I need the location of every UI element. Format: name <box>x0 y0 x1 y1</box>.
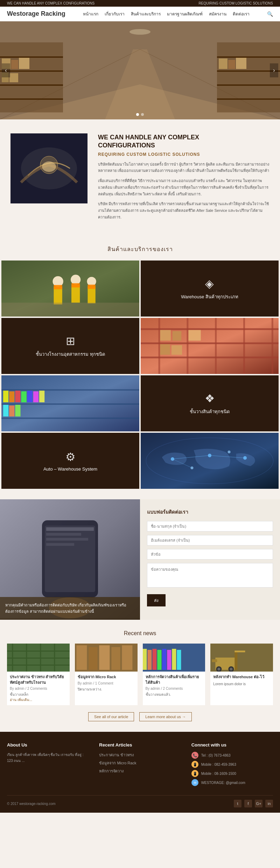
footer-about: About Us เรียน ลูกค้าที่เคารพ เพื่อนิดๆ … <box>7 742 89 788</box>
see-all-button[interactable]: See all of our article <box>88 712 134 721</box>
footer-link-1[interactable]: ประกาศงาน ข้าวทรง <box>99 752 181 758</box>
svg-rect-40 <box>1 303 139 317</box>
main-nav: หน้าแรก เกี่ยวกับเรา สินค้าและบริการ มาต… <box>83 11 250 17</box>
nav-about[interactable]: เกี่ยวกับเรา <box>105 11 125 17</box>
nav-contact[interactable]: ติดต่อเรา <box>233 11 250 17</box>
connect-mobile2: 📱 Mobile : 08-1609-1500 <box>191 770 273 777</box>
social-icons: t f G+ in <box>234 800 273 807</box>
hero-dot-1[interactable] <box>136 113 139 116</box>
subject-input[interactable] <box>147 549 273 560</box>
news-card-3-meta: By admin / 2 Comments <box>146 687 203 690</box>
search-icon[interactable]: 🔍 <box>267 11 273 17</box>
footer-connect: Connect with us 📞 Tel : (0) 7673-4863 📱 … <box>191 742 273 788</box>
footer-bottom: © 2017 westorage-racking.com t f G+ in <box>7 795 273 807</box>
footer-link-3[interactable]: หลักการจัดวาง <box>99 768 181 774</box>
nav-standards[interactable]: มาตรฐานผลิตภัณฑ์ <box>167 11 203 17</box>
product-supermarket[interactable] <box>1 375 139 431</box>
svg-rect-39 <box>88 285 96 289</box>
product-workers[interactable] <box>1 261 139 317</box>
topbar-right: REQUIRING CUSTOM LOGISTIC SOLUTIONS <box>198 1 273 5</box>
footer-recent: Recent Articles ประกาศงาน ข้าวทรง ข้อมูล… <box>99 742 181 788</box>
news-card-1[interactable]: ประกาศงาน ข้าวทรง สำหรับวิสัยทัศน์สูงสำห… <box>7 644 70 705</box>
items-icon: ❖ <box>205 392 215 405</box>
contact-section: หากคุณมีคำถามหรือต้องการติดต่อกับบริษัท … <box>0 499 280 620</box>
news-card-3-title: หลักการจัดวางสินค้าเพื่อเพิ่มรายได้สินค้… <box>146 674 203 685</box>
news-card-4[interactable]: หลังจากทำ Warehouse ต่อ-ไว้ Lorem ipsum … <box>210 644 273 705</box>
news-card-3-image <box>143 644 205 672</box>
logo[interactable]: Westorage Racking <box>7 10 65 18</box>
svg-rect-85 <box>46 543 74 546</box>
svg-rect-19 <box>219 58 227 69</box>
linkedin-icon[interactable]: in <box>265 800 273 807</box>
svg-rect-13 <box>9 73 18 82</box>
contact-img-text: หากคุณมีคำถามหรือต้องการติดต่อกับบริษัท … <box>5 603 126 613</box>
form-field-email <box>147 535 273 546</box>
facebook-icon[interactable]: f <box>244 800 252 807</box>
submit-button[interactable]: ส่ง <box>147 594 166 606</box>
hero-next-arrow[interactable]: › <box>270 63 278 77</box>
product-auto[interactable]: ⚙ Auto – Warehouse System <box>1 433 139 489</box>
news-card-2-body: ข้อมูลจาก Micro Rack By admin / 1 Commen… <box>75 672 138 694</box>
product-warehouse[interactable]: ◈ Warehouse สินค้าทุกประเภท <box>141 261 279 317</box>
copyright: © 2017 westorage-racking.com <box>7 802 56 806</box>
news-card-1-meta: By admin / 2 Comments <box>10 687 67 690</box>
products-title: สินค้าและบริการของเรา <box>0 245 280 254</box>
message-input[interactable] <box>147 563 273 588</box>
footer: About Us เรียน ลูกค้าที่เคารพ เพื่อนิดๆ … <box>0 732 280 813</box>
footer-link-2[interactable]: ข้อมูลจาก Micro Rack <box>99 760 181 766</box>
mobile1-icon: 📱 <box>191 761 198 768</box>
svg-point-27 <box>42 161 56 172</box>
hero-prev-arrow[interactable]: ‹ <box>2 63 10 77</box>
svg-rect-15 <box>217 56 280 58</box>
svg-rect-89 <box>7 658 70 659</box>
news-card-1-excerpt: ชั้นวางเหล็ก <box>10 692 67 697</box>
svg-rect-10 <box>11 60 18 69</box>
svg-rect-18 <box>217 98 280 100</box>
news-section: Recent news ประกาศงาน ข้าวทรง สำหรับวิสั… <box>0 620 280 732</box>
nav-home[interactable]: หน้าแรก <box>83 11 98 17</box>
svg-rect-109 <box>177 650 181 670</box>
product-items-label: ชั้นวางสินค้าทุกชนิด <box>190 408 230 415</box>
svg-rect-44 <box>141 357 279 359</box>
product-items[interactable]: ❖ ชั้นวางสินค้าทุกชนิด <box>141 375 279 431</box>
product-factory-label: ชั้นวางโรงงานอุตสาหกรรม ทุกชนิด <box>36 350 105 358</box>
svg-rect-59 <box>3 391 8 402</box>
svg-rect-100 <box>122 645 132 670</box>
nav-careers[interactable]: สมัครงาน <box>209 11 226 17</box>
auto-icon: ⚙ <box>65 450 76 464</box>
connect-phone: 📞 Tel : (0) 7673-4863 <box>191 752 273 759</box>
svg-rect-7 <box>0 84 63 86</box>
connect-email: ✉ WESTORAGE: @gmail.com <box>191 779 273 786</box>
svg-rect-114 <box>235 651 245 652</box>
mobile2-text: Mobile : 08-1609-1500 <box>201 772 236 776</box>
product-map[interactable] <box>141 433 279 489</box>
news-card-2[interactable]: ข้อมูลจาก Micro Rack By admin / 1 Commen… <box>75 644 138 705</box>
svg-rect-94 <box>54 644 55 672</box>
twitter-icon[interactable]: t <box>234 800 241 807</box>
product-factory-content: ⊞ ชั้นวางโรงงานอุตสาหกรรม ทุกชนิด <box>36 334 105 358</box>
form-field-message <box>147 563 273 589</box>
product-factory[interactable]: ⊞ ชั้นวางโรงงานอุตสาหกรรม ทุกชนิด <box>1 318 139 374</box>
nav-products[interactable]: สินค้าและบริการ <box>131 11 161 17</box>
handle-section: WE CAN HANDLE ANY COMPLEXCONFIGURATIONS … <box>0 119 280 238</box>
news-card-3[interactable]: หลักการจัดวางสินค้าเพื่อเพิ่มรายได้สินค้… <box>143 644 205 705</box>
svg-point-117 <box>218 668 220 671</box>
svg-rect-82 <box>46 527 94 531</box>
hero-slider: ‹ › <box>0 21 280 119</box>
svg-rect-66 <box>3 405 8 416</box>
svg-point-118 <box>230 668 233 671</box>
hero-dot-2[interactable] <box>141 113 144 116</box>
news-card-1-link[interactable]: อ่าน เพิ่มเติม... <box>10 697 67 702</box>
news-card-4-body: หลังจากทำ Warehouse ต่อ-ไว้ Lorem ipsum … <box>210 672 273 689</box>
learn-more-button[interactable]: Learn more about us → <box>139 712 192 721</box>
svg-rect-102 <box>143 649 147 670</box>
google-plus-icon[interactable]: G+ <box>255 800 262 807</box>
top-bar: WE CAN HANDLE ANY COMPLEX CONFIGURATIONS… <box>0 0 280 7</box>
product-shelves-red[interactable] <box>141 318 279 374</box>
email-input[interactable] <box>147 535 273 546</box>
svg-rect-108 <box>172 649 176 670</box>
product-warehouse-label: Warehouse สินค้าทุกประเภท <box>181 293 238 300</box>
name-input[interactable] <box>147 521 273 532</box>
svg-rect-17 <box>217 84 280 86</box>
svg-rect-84 <box>46 538 88 541</box>
